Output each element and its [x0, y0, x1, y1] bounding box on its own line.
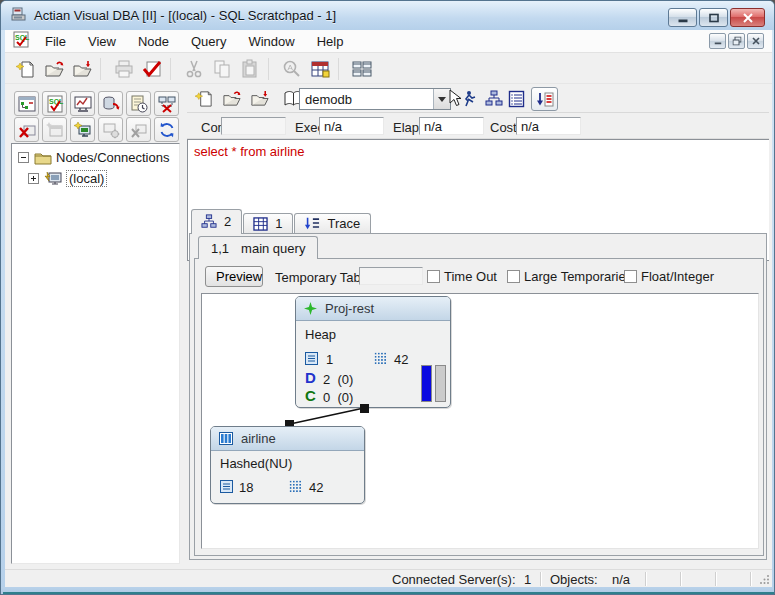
qep-canvas[interactable]: Proj-rest Heap 1 42 D 2 (0) C 0 (0): [201, 293, 759, 549]
tuples-icon: [289, 480, 302, 493]
sql-statement-text[interactable]: select * from airline: [194, 144, 763, 159]
sql-scratchpad-icon[interactable]: SQL: [42, 91, 67, 116]
elap-field: n/a: [419, 117, 484, 135]
print-icon: [111, 57, 137, 81]
large-temporaries-checkbox[interactable]: [507, 270, 520, 283]
menu-view[interactable]: View: [77, 31, 127, 52]
sql-document-icon: SQL: [13, 31, 30, 51]
new-document-icon[interactable]: [13, 57, 39, 81]
resize-grip[interactable]: [760, 574, 770, 584]
refresh-icon[interactable]: [154, 117, 179, 142]
statusbar-separator: [750, 572, 751, 586]
minimize-button[interactable]: [668, 8, 697, 27]
close-window-icon[interactable]: [14, 117, 39, 142]
disconnect-nodes-icon[interactable]: [154, 91, 179, 116]
sql-scratchpad-panel: demodb Com: Exec:: [187, 85, 769, 567]
tree-item-local[interactable]: (local): [28, 170, 107, 187]
expand-expander-icon[interactable]: [28, 173, 39, 184]
mdi-close-button[interactable]: [747, 33, 764, 49]
database-combo-value[interactable]: demodb: [300, 92, 433, 107]
replication-icon[interactable]: [98, 91, 123, 116]
maximize-button[interactable]: [699, 8, 728, 27]
tuples-value: 42: [309, 480, 323, 495]
table-columns-icon: [219, 432, 233, 445]
qep-node-proj-rest[interactable]: Proj-rest Heap 1 42 D 2 (0) C 0 (0): [295, 296, 451, 408]
cut-icon: [181, 57, 207, 81]
connect-node-icon[interactable]: [70, 117, 95, 142]
save-icon[interactable]: [247, 87, 273, 111]
pages-value: 18: [239, 480, 253, 495]
timeout-label: Time Out: [444, 269, 497, 284]
pages-icon: [305, 352, 318, 365]
cost-bar-empty: [435, 365, 446, 402]
execute-query-icon[interactable]: [446, 87, 480, 111]
statusbar-separator: [715, 572, 716, 586]
schedule-icon[interactable]: [126, 91, 151, 116]
new-document-icon[interactable]: [191, 87, 217, 111]
qep-node-airline[interactable]: airline Hashed(NU) 18 42: [210, 426, 365, 504]
dom-window-icon[interactable]: [14, 91, 39, 116]
float-integer-checkbox[interactable]: [624, 270, 637, 283]
tuples-value: 42: [394, 352, 408, 367]
trace-toggle-button[interactable]: [531, 87, 558, 111]
open-icon[interactable]: [219, 87, 245, 111]
find-icon: A: [279, 57, 305, 81]
svg-text:A: A: [288, 63, 294, 72]
save-icon[interactable]: [69, 57, 95, 81]
tab-label: Trace: [327, 216, 360, 231]
tree-label-root[interactable]: Nodes/Connections: [56, 150, 169, 165]
tree-item-nodes-connections[interactable]: Nodes/Connections: [18, 150, 169, 165]
statusbar-separator: [540, 572, 541, 586]
tab-trace[interactable]: Trace: [294, 213, 371, 234]
cpu-value: 0 (0): [323, 390, 353, 405]
new-window-icon: [42, 117, 67, 142]
menu-bar: SQL File View Node Query Window Help: [5, 30, 772, 53]
disk-value: 2 (0): [323, 372, 353, 387]
menu-window[interactable]: Window: [237, 31, 305, 52]
timeout-checkbox[interactable]: [427, 270, 440, 283]
toolbar-separator: [170, 58, 177, 80]
main-toolbar: A: [5, 54, 772, 84]
menu-node[interactable]: Node: [127, 31, 180, 52]
qep-tab-page: 1,1 main query Preview Temporary Table: …: [189, 233, 767, 560]
tree-label-local[interactable]: (local): [66, 170, 107, 187]
tab-label: 1: [275, 216, 282, 231]
nodes-panel: SQL: [9, 85, 182, 567]
table-icon[interactable]: [307, 57, 333, 81]
report-icon[interactable]: [503, 87, 529, 111]
tile-windows-icon[interactable]: [349, 57, 375, 81]
mdi-restore-button[interactable]: [728, 33, 745, 49]
float-integer-label: Float/Integer: [641, 269, 714, 284]
qep-node-header: Proj-rest: [296, 297, 450, 321]
open-icon[interactable]: [41, 57, 67, 81]
menu-query[interactable]: Query: [180, 31, 237, 52]
performance-monitor-icon[interactable]: [70, 91, 95, 116]
accept-check-icon[interactable]: [139, 57, 165, 81]
app-icon: [11, 6, 27, 25]
large-temporaries-option: Large Temporaries: [507, 269, 632, 284]
mdi-minimize-button[interactable]: [709, 33, 726, 49]
chevron-down-icon: [438, 97, 446, 102]
qep-icon: [201, 214, 217, 229]
menu-file[interactable]: File: [34, 31, 77, 52]
subtab-main-query[interactable]: 1,1 main query: [198, 236, 318, 259]
paste-icon: [237, 57, 263, 81]
query-stats-row: Com: Exec: n/a Elap: n/a Cost: n/a: [187, 113, 769, 139]
main-query-page: Preview Temporary Table: Time Out Large …: [194, 258, 764, 556]
title-bar: Actian Visual DBA [II] - [(local) - SQL …: [1, 1, 775, 30]
tab-qep-2[interactable]: 2: [191, 209, 242, 234]
collapse-expander-icon[interactable]: [18, 152, 29, 163]
local-node-icon: [44, 171, 62, 186]
trace-icon: [304, 216, 320, 231]
qep-node-title: airline: [241, 431, 276, 446]
exec-field: n/a: [319, 117, 384, 135]
database-combo[interactable]: demodb: [299, 88, 451, 110]
tab-result-1[interactable]: 1: [243, 213, 293, 234]
close-button[interactable]: [730, 8, 765, 27]
objects-label: Objects:: [550, 572, 598, 587]
edge-anchor: [360, 404, 369, 413]
result-tabstrip: 2 1 Trace: [191, 209, 372, 234]
menu-help[interactable]: Help: [306, 31, 355, 52]
star-icon: [304, 302, 317, 315]
preview-button[interactable]: Preview: [205, 266, 263, 287]
